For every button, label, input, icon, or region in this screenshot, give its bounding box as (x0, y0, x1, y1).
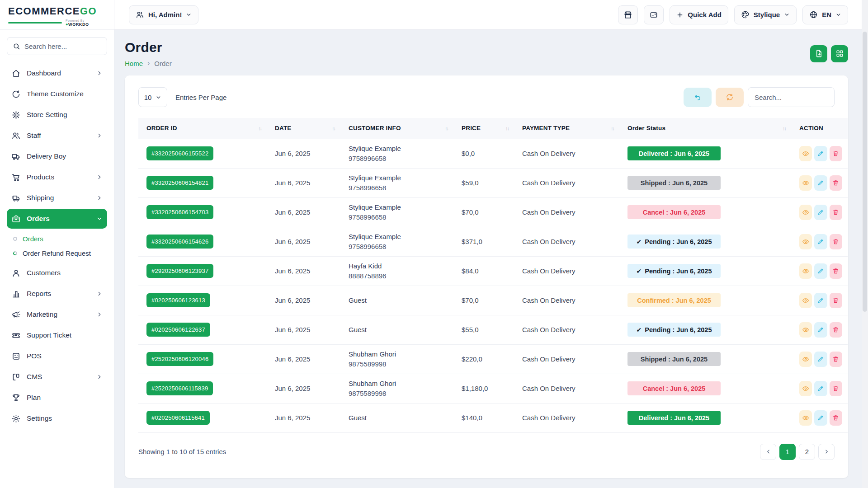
sort-icon[interactable]: ↑↓ (258, 126, 261, 131)
sidebar-item-plan[interactable]: Plan (7, 388, 107, 408)
customer-info: Guest (340, 315, 453, 344)
sidebar-item-label: CMS (27, 373, 90, 381)
orders-icon (11, 214, 21, 224)
next-page-button[interactable] (818, 444, 835, 460)
sidebar-item-delivery-boy[interactable]: Delivery Boy (7, 146, 107, 166)
sidebar-item-support-ticket[interactable]: Support Ticket (7, 325, 107, 345)
table-search-input[interactable] (748, 87, 835, 107)
delete-order-button[interactable] (830, 293, 842, 308)
sort-icon[interactable]: ↑↓ (332, 126, 335, 131)
edit-order-button[interactable] (814, 263, 827, 279)
order-id-badge: #2920250606123937 (146, 264, 213, 278)
delete-order-button[interactable] (830, 146, 842, 161)
language-button[interactable]: EN (802, 5, 848, 24)
logo-name: ECOMMERCE (8, 5, 80, 17)
sidebar-item-store-setting[interactable]: Store Setting (7, 105, 107, 125)
sidebar-item-cms[interactable]: CMS (7, 367, 107, 387)
sort-icon[interactable]: ↑↓ (505, 126, 509, 131)
payment-type: Cash On Delivery (514, 197, 619, 227)
column-header-price[interactable]: PRICE↑↓ (453, 118, 514, 139)
view-order-button[interactable] (799, 410, 812, 426)
view-order-button[interactable] (799, 205, 812, 220)
sidebar-item-theme-customize[interactable]: Theme Customize (7, 84, 107, 104)
customer-name: Hayfa Kidd (349, 261, 448, 271)
search-icon (13, 42, 20, 50)
sidebar-item-reports[interactable]: Reports (7, 284, 107, 304)
view-order-button[interactable] (799, 175, 812, 191)
column-header-payment-type[interactable]: PAYMENT TYPE↑↓ (514, 118, 619, 139)
column-header-order-status[interactable]: Order Status↑↓ (619, 118, 791, 139)
page-button-2[interactable]: 2 (799, 444, 815, 460)
sidebar-item-marketing[interactable]: Marketing (7, 305, 107, 324)
breadcrumb-home-link[interactable]: Home (125, 60, 143, 67)
sidebar-search-input[interactable] (24, 42, 101, 50)
sidebar-item-pos[interactable]: POS (7, 346, 107, 366)
sidebar-search[interactable] (7, 37, 107, 55)
delete-order-button[interactable] (830, 322, 842, 338)
view-order-button[interactable] (799, 293, 812, 308)
view-order-button[interactable] (799, 263, 812, 279)
view-order-button[interactable] (799, 352, 812, 367)
sidebar-item-shipping[interactable]: Shipping (7, 188, 107, 208)
grid-view-button[interactable] (831, 45, 848, 62)
delete-order-button[interactable] (830, 263, 842, 279)
sidebar-item-dashboard[interactable]: Dashboard (7, 63, 107, 83)
edit-order-button[interactable] (814, 205, 827, 220)
view-order-button[interactable] (799, 381, 812, 396)
edit-order-button[interactable] (814, 410, 827, 426)
quick-add-label: Quick Add (688, 11, 721, 19)
status-badge-cancel: Cancel : Jun 6, 2025 (627, 381, 721, 395)
user-menu-button[interactable]: Hi, Admin! (129, 5, 198, 24)
edit-order-button[interactable] (814, 234, 827, 249)
delete-order-button[interactable] (830, 410, 842, 426)
sidebar-item-products[interactable]: Products (7, 167, 107, 187)
scrollbar-track[interactable] (862, 0, 868, 488)
row-actions (799, 146, 842, 161)
sidebar-item-label: Plan (27, 394, 103, 402)
sort-icon[interactable]: ↑↓ (445, 126, 448, 131)
column-header-order-id[interactable]: ORDER ID↑↓ (138, 118, 267, 139)
undo-button[interactable] (684, 88, 712, 107)
store-select-button[interactable]: Stylique (734, 5, 797, 24)
edit-order-button[interactable] (814, 352, 827, 367)
submenu-item-orders[interactable]: Orders (13, 231, 107, 246)
delete-order-button[interactable] (830, 205, 842, 220)
delete-order-button[interactable] (830, 175, 842, 191)
edit-order-button[interactable] (814, 322, 827, 338)
order-date: Jun 6, 2025 (267, 227, 340, 256)
sidebar-item-staff[interactable]: Staff (7, 126, 107, 145)
entries-per-page-select[interactable]: 10 (138, 87, 167, 107)
showing-entries-text: Showing 1 to 10 of 15 entries (138, 448, 226, 455)
scrollbar-thumb[interactable] (863, 32, 867, 312)
sidebar-item-settings[interactable]: Settings (7, 408, 107, 428)
quick-add-button[interactable]: Quick Add (670, 5, 728, 24)
refresh-button[interactable] (716, 88, 744, 107)
view-order-button[interactable] (799, 146, 812, 161)
customer-info: Guest (340, 286, 453, 315)
column-header-customer-info[interactable]: CUSTOMER INFO↑↓ (340, 118, 453, 139)
sidebar-item-customers[interactable]: Customers (7, 263, 107, 283)
sort-icon[interactable]: ↑↓ (611, 126, 614, 131)
prev-page-button[interactable] (760, 444, 776, 460)
page-button-1[interactable]: 1 (779, 444, 796, 460)
sort-icon[interactable]: ↑↓ (783, 126, 786, 131)
edit-order-button[interactable] (814, 146, 827, 161)
delete-order-button[interactable] (830, 381, 842, 396)
column-header-date[interactable]: DATE↑↓ (267, 118, 340, 139)
edit-order-button[interactable] (814, 381, 827, 396)
submenu-item-order-refund-request[interactable]: Order Refund Request (13, 246, 107, 260)
view-order-button[interactable] (799, 322, 812, 338)
delete-order-button[interactable] (830, 234, 842, 249)
sidebar-item-orders[interactable]: Orders (7, 209, 107, 229)
payment-type: Cash On Delivery (514, 403, 619, 432)
customer-phone: 9875589998 (349, 359, 448, 369)
storefront-button[interactable] (618, 5, 638, 24)
delete-order-button[interactable] (830, 352, 842, 367)
card-button[interactable] (644, 5, 664, 24)
edit-order-button[interactable] (814, 293, 827, 308)
edit-order-button[interactable] (814, 175, 827, 191)
customer-name: Guest (349, 296, 448, 305)
view-order-button[interactable] (799, 234, 812, 249)
export-button[interactable] (810, 45, 827, 62)
status-badge-pending: ✔Pending : Jun 6, 2025 (627, 235, 721, 249)
